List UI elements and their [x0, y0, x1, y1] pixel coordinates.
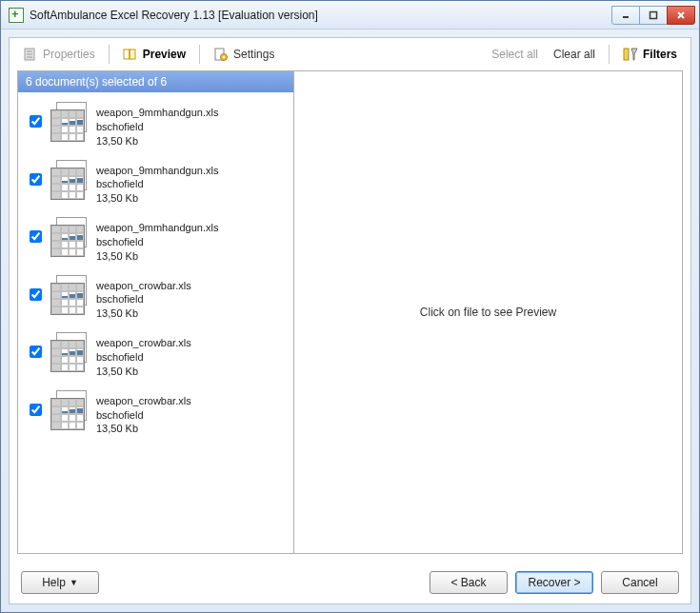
file-list[interactable]: weapon_9mmhandgun.xlsbschofield13,50 Kbw…	[18, 92, 293, 553]
selection-header: 6 document(s) selected of 6	[18, 71, 293, 92]
file-owner: bschofield	[96, 177, 218, 191]
recover-label: Recover >	[528, 576, 580, 589]
filters-icon	[623, 47, 638, 62]
help-label: Help	[42, 576, 66, 589]
file-name: weapon_9mmhandgun.xls	[96, 221, 218, 235]
properties-button[interactable]: Properties	[17, 45, 101, 64]
minimize-button[interactable]	[611, 6, 640, 25]
file-checkbox[interactable]	[30, 288, 42, 301]
file-meta: weapon_crowbar.xlsbschofield13,50 Kb	[96, 332, 191, 379]
maximize-button[interactable]	[639, 6, 668, 25]
file-pane: 6 document(s) selected of 6 weapon_9mmha…	[18, 71, 294, 553]
filters-button[interactable]: Filters	[617, 45, 683, 64]
settings-label: Settings	[233, 48, 274, 61]
client-area: Properties Preview Settings Select all	[9, 37, 691, 604]
file-owner: bschofield	[96, 408, 191, 423]
file-checkbox[interactable]	[30, 346, 42, 358]
file-item[interactable]: weapon_crowbar.xlsbschofield13,50 Kb	[18, 326, 293, 385]
file-owner: bschofield	[96, 292, 191, 306]
file-owner: bschofield	[96, 120, 218, 134]
preview-pane: Click on file to see Preview	[294, 71, 682, 553]
file-checkbox[interactable]	[30, 173, 42, 186]
svg-rect-14	[624, 49, 629, 60]
select-all-button[interactable]: Select all	[486, 46, 544, 63]
file-name: weapon_crowbar.xls	[96, 394, 191, 408]
file-name: weapon_9mmhandgun.xls	[96, 164, 218, 178]
preview-button[interactable]: Preview	[117, 45, 191, 64]
preview-icon	[123, 47, 138, 62]
file-item[interactable]: weapon_crowbar.xlsbschofield13,50 Kb	[18, 385, 293, 443]
preview-empty-message: Click on file to see Preview	[420, 306, 556, 319]
clear-all-label: Clear all	[553, 48, 595, 61]
footer: Help ▼ < Back Recover > Cancel	[10, 562, 690, 603]
file-item[interactable]: weapon_crowbar.xlsbschofield13,50 Kb	[18, 269, 293, 327]
spreadsheet-icon	[50, 217, 90, 257]
spreadsheet-icon	[50, 102, 90, 142]
window-title: SoftAmbulance Excel Recovery 1.13 [Evalu…	[30, 9, 318, 22]
svg-rect-1	[650, 11, 657, 18]
back-button[interactable]: < Back	[430, 571, 508, 594]
file-name: weapon_crowbar.xls	[96, 279, 191, 293]
cancel-label: Cancel	[622, 576, 657, 589]
titlebar[interactable]: SoftAmbulance Excel Recovery 1.13 [Evalu…	[1, 1, 699, 30]
preview-label: Preview	[143, 48, 186, 61]
file-size: 13,50 Kb	[96, 249, 218, 264]
file-size: 13,50 Kb	[96, 134, 218, 148]
file-size: 13,50 Kb	[96, 306, 191, 321]
svg-point-13	[223, 56, 225, 58]
file-size: 13,50 Kb	[96, 365, 191, 379]
file-owner: bschofield	[96, 235, 218, 249]
file-name: weapon_9mmhandgun.xls	[96, 106, 218, 120]
file-checkbox[interactable]	[30, 404, 42, 416]
file-item[interactable]: weapon_9mmhandgun.xlsbschofield13,50 Kb	[18, 96, 293, 154]
settings-icon	[213, 47, 229, 62]
recover-button[interactable]: Recover >	[515, 571, 593, 594]
file-name: weapon_crowbar.xls	[96, 336, 191, 350]
help-button[interactable]: Help ▼	[21, 571, 99, 594]
file-owner: bschofield	[96, 350, 191, 365]
file-size: 13,50 Kb	[96, 422, 191, 436]
toolbar-separator	[609, 45, 610, 64]
toolbar-separator	[199, 45, 200, 64]
back-label: < Back	[450, 576, 486, 589]
selection-count: 6 document(s) selected of 6	[26, 75, 167, 89]
content-area: 6 document(s) selected of 6 weapon_9mmha…	[17, 70, 683, 554]
file-item[interactable]: weapon_9mmhandgun.xlsbschofield13,50 Kb	[18, 211, 293, 269]
toolbar: Properties Preview Settings Select all	[10, 38, 690, 70]
file-size: 13,50 Kb	[96, 191, 218, 206]
file-checkbox[interactable]	[30, 230, 42, 243]
app-icon	[9, 8, 24, 23]
chevron-down-icon: ▼	[70, 578, 78, 587]
properties-icon	[23, 47, 38, 62]
file-meta: weapon_crowbar.xlsbschofield13,50 Kb	[96, 275, 191, 322]
select-all-label: Select all	[491, 48, 538, 61]
cancel-button[interactable]: Cancel	[601, 571, 679, 594]
spreadsheet-icon	[50, 275, 90, 315]
svg-rect-9	[130, 49, 135, 59]
toolbar-separator	[109, 45, 110, 64]
svg-rect-8	[124, 49, 130, 59]
file-checkbox[interactable]	[30, 115, 42, 128]
properties-label: Properties	[43, 48, 95, 61]
file-meta: weapon_9mmhandgun.xlsbschofield13,50 Kb	[96, 217, 218, 264]
spreadsheet-icon	[50, 332, 90, 372]
file-meta: weapon_9mmhandgun.xlsbschofield13,50 Kb	[96, 102, 218, 148]
close-button[interactable]	[667, 6, 695, 25]
file-meta: weapon_9mmhandgun.xlsbschofield13,50 Kb	[96, 160, 218, 207]
settings-button[interactable]: Settings	[208, 45, 280, 64]
clear-all-button[interactable]: Clear all	[548, 46, 601, 63]
spreadsheet-icon	[50, 390, 90, 430]
filters-label: Filters	[643, 48, 677, 61]
app-window: SoftAmbulance Excel Recovery 1.13 [Evalu…	[0, 0, 700, 613]
file-item[interactable]: weapon_9mmhandgun.xlsbschofield13,50 Kb	[18, 154, 293, 212]
spreadsheet-icon	[50, 160, 90, 200]
file-meta: weapon_crowbar.xlsbschofield13,50 Kb	[96, 390, 191, 437]
